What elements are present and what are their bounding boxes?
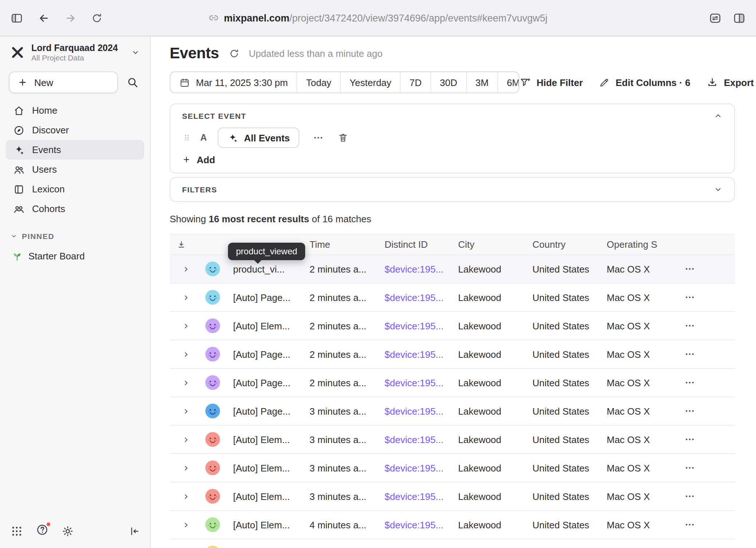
range-yesterday[interactable]: Yesterday: [340, 72, 400, 93]
row-actions-button[interactable]: [684, 490, 696, 502]
distinct-id-link[interactable]: $device:195...: [385, 491, 444, 502]
sidebar-item-lexicon[interactable]: Lexicon: [6, 179, 144, 199]
range-3m[interactable]: 3M: [466, 72, 497, 93]
column-city[interactable]: City: [458, 239, 532, 250]
sidebar-item-events[interactable]: Events: [6, 140, 144, 160]
forward-icon[interactable]: [64, 11, 77, 24]
event-time: 2 minutes a...: [310, 377, 385, 388]
table-row[interactable]: [Auto] Page...2 minutes a...$device:195.…: [170, 340, 735, 369]
split-view-icon[interactable]: [733, 11, 746, 24]
expand-panel-icon[interactable]: [714, 185, 722, 194]
download-icon: [706, 77, 718, 88]
avatar: [205, 375, 221, 391]
row-actions-button[interactable]: [684, 377, 696, 388]
row-actions-button[interactable]: [684, 291, 696, 303]
sidebar-item-discover[interactable]: Discover: [6, 120, 144, 140]
chevron-down-icon: [10, 232, 17, 240]
pinned-item-starter-board[interactable]: Starter Board: [0, 251, 150, 262]
table-row[interactable]: [Auto] Elem...3 minutes a...$device:195.…: [170, 482, 735, 511]
chevron-right-icon[interactable]: [182, 407, 190, 415]
collapse-sidebar-icon[interactable]: [128, 525, 140, 537]
chevron-right-icon[interactable]: [182, 521, 190, 529]
os-cell: Mac OS X: [607, 292, 677, 303]
row-actions-button[interactable]: [684, 519, 696, 531]
export-button[interactable]: Export: [706, 77, 754, 88]
select-event-panel: SELECT EVENT A All Events Add: [170, 103, 735, 173]
chevron-right-icon[interactable]: [182, 435, 190, 443]
city-cell: Lakewood: [458, 320, 532, 331]
search-icon[interactable]: [126, 76, 139, 89]
page-settings-icon[interactable]: [709, 11, 722, 24]
range-today[interactable]: Today: [296, 72, 340, 93]
table-row[interactable]: [Auto] Elem...3 minutes a...$device:195.…: [170, 454, 735, 482]
table-row[interactable]: [Auto] Elem...2 minutes a...$device:195.…: [170, 312, 735, 340]
event-tooltip: product_viewed: [228, 243, 305, 260]
range-30d[interactable]: 30D: [430, 72, 466, 93]
country-cell: United States: [532, 434, 607, 445]
chevron-right-icon[interactable]: [182, 293, 190, 301]
collapse-panel-icon[interactable]: [714, 111, 722, 120]
chevron-right-icon[interactable]: [182, 379, 190, 387]
row-actions-button[interactable]: [684, 320, 696, 332]
range-6m[interactable]: 6M: [497, 72, 519, 93]
trash-icon[interactable]: [337, 132, 349, 144]
pinned-section-header[interactable]: PINNED: [0, 232, 150, 240]
chevron-right-icon[interactable]: [182, 265, 190, 273]
event-time: 3 minutes a...: [310, 491, 385, 502]
sidebar-toggle-icon[interactable]: [10, 11, 23, 24]
sidebar-item-users[interactable]: Users: [6, 160, 144, 179]
table-row[interactable]: [Auto] Elem...4 minutes a...$device:195.…: [170, 511, 735, 539]
distinct-id-link[interactable]: $device:195...: [385, 377, 444, 388]
settings-gear-icon[interactable]: [61, 525, 74, 538]
date-picker-button[interactable]: Mar 11, 2025 3:30 pm: [170, 72, 296, 93]
row-actions-button[interactable]: [684, 462, 696, 474]
table-row[interactable]: [Auto] Page...3 minutes a...$device:195.…: [170, 397, 735, 426]
calendar-icon: [179, 77, 190, 88]
row-actions-button[interactable]: [684, 405, 696, 417]
column-country[interactable]: Country: [532, 239, 607, 250]
city-cell: Lakewood: [458, 292, 532, 303]
new-button[interactable]: New: [9, 71, 118, 93]
distinct-id-link[interactable]: $device:195...: [385, 434, 444, 445]
table-row[interactable]: [Auto] Elem...3 minutes a...$device:195.…: [170, 426, 735, 454]
table-row[interactable]: [170, 539, 735, 548]
distinct-id-link[interactable]: $device:195...: [385, 320, 444, 331]
city-cell: Lakewood: [458, 406, 532, 416]
add-event-button[interactable]: Add: [182, 154, 233, 165]
chevron-right-icon[interactable]: [182, 322, 190, 330]
address-bar[interactable]: mixpanel.com/project/3472420/view/397469…: [209, 12, 548, 23]
table-row[interactable]: [Auto] Page...2 minutes a...$device:195.…: [170, 283, 735, 312]
edit-columns-button[interactable]: Edit Columns · 6: [599, 77, 690, 88]
sidebar-item-cohorts[interactable]: Cohorts: [6, 199, 144, 219]
table-row[interactable]: [Auto] Page...2 minutes a...$device:195.…: [170, 369, 735, 397]
back-icon[interactable]: [37, 11, 50, 24]
chevron-right-icon[interactable]: [182, 464, 190, 472]
row-actions-button[interactable]: [684, 348, 696, 360]
sidebar-item-home[interactable]: Home: [6, 101, 144, 120]
column-distinct-id[interactable]: Distinct ID: [385, 239, 458, 250]
column-time[interactable]: Time: [310, 239, 385, 250]
drag-handle-icon[interactable]: [182, 132, 192, 144]
distinct-id-link[interactable]: $device:195...: [385, 462, 444, 473]
distinct-id-link[interactable]: $device:195...: [385, 292, 444, 303]
range-7d[interactable]: 7D: [400, 72, 430, 93]
jump-to-latest-icon[interactable]: [176, 239, 186, 250]
distinct-id-link[interactable]: $device:195...: [385, 519, 444, 530]
refresh-icon[interactable]: [228, 48, 239, 59]
row-actions-button[interactable]: [684, 263, 696, 275]
reload-icon[interactable]: [91, 12, 103, 24]
workspace-subtitle: All Project Data: [31, 53, 118, 62]
all-events-chip[interactable]: All Events: [218, 128, 299, 148]
event-name: [Auto] Elem...: [228, 320, 310, 331]
chevron-right-icon[interactable]: [182, 350, 190, 358]
event-options-icon[interactable]: [312, 132, 324, 144]
chevron-right-icon[interactable]: [182, 492, 190, 500]
hide-filter-button[interactable]: Hide Filter: [519, 77, 583, 88]
workspace-switcher[interactable]: Lord Farquaad 2024 All Project Data: [0, 41, 150, 66]
distinct-id-link[interactable]: $device:195...: [385, 349, 444, 360]
column-os[interactable]: Operating S: [607, 239, 677, 250]
distinct-id-link[interactable]: $device:195...: [385, 406, 444, 416]
distinct-id-link[interactable]: $device:195...: [385, 263, 444, 274]
row-actions-button[interactable]: [684, 434, 696, 445]
apps-grid-icon[interactable]: [10, 525, 23, 538]
